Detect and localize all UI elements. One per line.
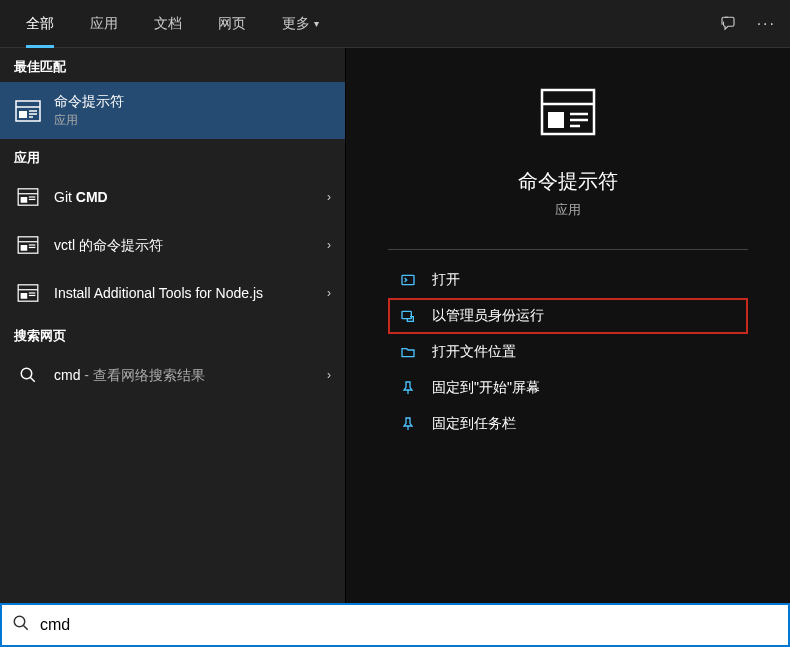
action-pin-taskbar[interactable]: 固定到任务栏 [388, 406, 748, 442]
pin-icon [398, 378, 418, 398]
more-options-icon[interactable]: ··· [757, 15, 776, 33]
svg-point-21 [21, 368, 32, 379]
action-open-location[interactable]: 打开文件位置 [388, 334, 748, 370]
preview-panel: 命令提示符 应用 打开 以管理 [346, 48, 790, 603]
main-content: 最佳匹配 命令提示符 应用 应用 [0, 48, 790, 603]
action-label: 固定到"开始"屏幕 [432, 379, 540, 397]
best-match-sub: 应用 [54, 112, 331, 129]
action-pin-start[interactable]: 固定到"开始"屏幕 [388, 370, 748, 406]
svg-rect-30 [402, 311, 411, 318]
admin-icon [398, 306, 418, 326]
chevron-right-icon: › [327, 190, 331, 204]
action-label: 固定到任务栏 [432, 415, 516, 433]
action-open[interactable]: 打开 [388, 262, 748, 298]
cmd-icon [14, 279, 42, 307]
svg-rect-18 [21, 293, 28, 299]
chevron-right-icon: › [327, 368, 331, 382]
divider [388, 249, 748, 250]
svg-rect-29 [402, 275, 414, 284]
cmd-icon [14, 97, 42, 125]
chevron-right-icon: › [327, 286, 331, 300]
folder-icon [398, 342, 418, 362]
tab-web[interactable]: 网页 [200, 0, 264, 48]
app-result-title: Git CMD [54, 188, 327, 206]
cmd-icon [14, 183, 42, 211]
svg-line-34 [23, 625, 28, 630]
chevron-right-icon: › [327, 238, 331, 252]
svg-rect-25 [548, 112, 564, 128]
preview-app-icon [540, 88, 596, 144]
app-result-vctl[interactable]: vctl 的命令提示符 › [0, 221, 345, 269]
app-result-git-cmd[interactable]: Git CMD › [0, 173, 345, 221]
web-result[interactable]: cmd - 查看网络搜索结果 › [0, 351, 345, 399]
action-run-as-admin[interactable]: 以管理员身份运行 [388, 298, 748, 334]
svg-point-33 [14, 616, 25, 627]
web-result-title: cmd - 查看网络搜索结果 [54, 366, 327, 384]
search-tabs: 全部 应用 文档 网页 更多 ▾ ··· [0, 0, 790, 48]
section-web: 搜索网页 [0, 317, 345, 351]
search-bar [0, 603, 790, 647]
search-icon [12, 614, 30, 636]
tab-more[interactable]: 更多 ▾ [264, 0, 337, 48]
svg-rect-2 [19, 111, 27, 118]
action-list: 打开 以管理员身份运行 打开文件位置 [388, 262, 748, 442]
best-match-title: 命令提示符 [54, 92, 331, 110]
tab-all[interactable]: 全部 [8, 0, 72, 48]
app-result-title: vctl 的命令提示符 [54, 236, 327, 254]
chevron-down-icon: ▾ [314, 18, 319, 29]
results-panel: 最佳匹配 命令提示符 应用 应用 [0, 48, 346, 603]
pin-icon [398, 414, 418, 434]
svg-rect-8 [21, 197, 28, 203]
svg-rect-13 [21, 245, 28, 251]
action-label: 打开文件位置 [432, 343, 516, 361]
search-input[interactable] [40, 616, 778, 634]
feedback-icon[interactable] [719, 15, 737, 33]
action-label: 打开 [432, 271, 460, 289]
section-apps: 应用 [0, 139, 345, 173]
section-best-match: 最佳匹配 [0, 48, 345, 82]
tab-docs[interactable]: 文档 [136, 0, 200, 48]
action-label: 以管理员身份运行 [432, 307, 544, 325]
tab-more-label: 更多 [282, 15, 310, 33]
search-icon [14, 361, 42, 389]
app-result-title: Install Additional Tools for Node.js [54, 284, 327, 302]
open-icon [398, 270, 418, 290]
svg-line-22 [30, 377, 35, 382]
cmd-icon [14, 231, 42, 259]
preview-sub: 应用 [555, 201, 581, 219]
app-result-nodejs-tools[interactable]: Install Additional Tools for Node.js › [0, 269, 345, 317]
preview-title: 命令提示符 [518, 168, 618, 195]
tab-apps[interactable]: 应用 [72, 0, 136, 48]
best-match-result[interactable]: 命令提示符 应用 [0, 82, 345, 139]
